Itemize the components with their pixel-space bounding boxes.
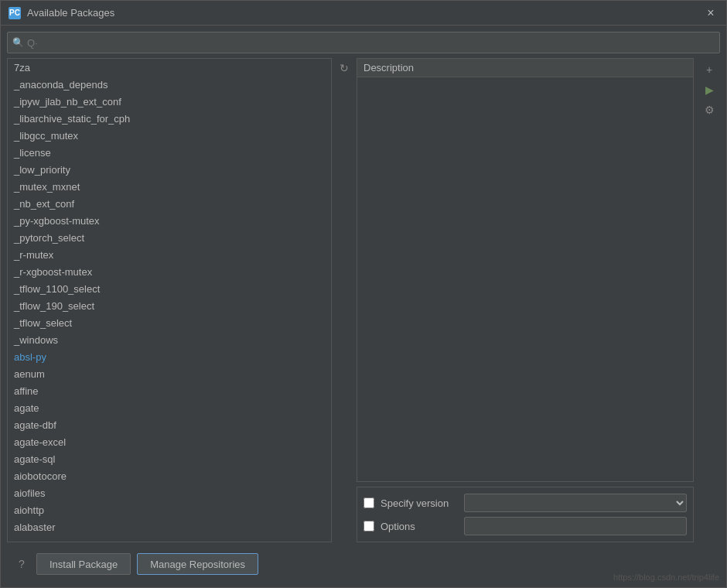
close-button[interactable]: × [703, 5, 718, 21]
specify-version-row: Specify version [364, 494, 687, 512]
options-checkbox[interactable] [364, 521, 374, 532]
app-icon-text: PC [9, 9, 20, 17]
app-icon: PC [9, 7, 21, 19]
package-item[interactable]: _mutex_mxnet [8, 178, 331, 195]
green-icon[interactable]: ▶ [701, 81, 718, 98]
question-icon[interactable]: ? [13, 556, 30, 573]
window-title: Available Packages [27, 7, 703, 19]
package-item[interactable]: 7za [8, 59, 331, 76]
package-item[interactable]: _tflow_select [8, 314, 331, 331]
package-item[interactable]: aiobotocore [8, 467, 331, 484]
package-item[interactable]: agate-sql [8, 450, 331, 467]
right-side-icons: + ▶ ⚙ [698, 58, 720, 542]
watermark: https://blog.csdn.net/trip4life [613, 573, 719, 582]
package-item[interactable]: _nb_ext_conf [8, 195, 331, 212]
package-item[interactable]: absl-py [8, 348, 331, 365]
package-item[interactable]: _license [8, 144, 331, 161]
refresh-icon[interactable]: ↻ [336, 60, 353, 77]
options-area: Specify version Options [357, 487, 694, 542]
main-window: PC Available Packages × 🔍 7za_anaconda_d… [0, 0, 727, 588]
package-list-panel: 7za_anaconda_depends_ipyw_jlab_nb_ext_co… [7, 58, 332, 542]
options-label: Options [381, 521, 458, 532]
specify-version-label: Specify version [381, 497, 458, 509]
package-item[interactable]: _ipyw_jlab_nb_ext_conf [8, 93, 331, 110]
package-item[interactable]: agate [8, 399, 331, 416]
install-button[interactable]: Install Package [36, 553, 131, 575]
package-item[interactable]: _libgcc_mutex [8, 127, 331, 144]
description-header: Description [357, 59, 693, 77]
manage-repositories-button[interactable]: Manage Repositories [137, 553, 258, 575]
search-input[interactable] [27, 37, 715, 49]
main-content: 🔍 7za_anaconda_depends_ipyw_jlab_nb_ext_… [1, 26, 726, 587]
middle-controls: ↻ [336, 58, 352, 542]
package-item[interactable]: _anaconda_depends [8, 76, 331, 93]
title-bar: PC Available Packages × [1, 1, 726, 26]
package-item[interactable]: aenum [8, 365, 331, 382]
content-area: 7za_anaconda_depends_ipyw_jlab_nb_ext_co… [7, 58, 720, 542]
package-item[interactable]: _pytorch_select [8, 229, 331, 246]
package-item[interactable]: affine [8, 382, 331, 399]
specify-version-select[interactable] [464, 494, 687, 512]
specify-version-checkbox[interactable] [364, 497, 374, 508]
package-item[interactable]: _libarchive_static_for_cph [8, 110, 331, 127]
package-item[interactable]: _low_priority [8, 161, 331, 178]
search-icon: 🔍 [12, 37, 24, 48]
package-item[interactable]: aiofiles [8, 484, 331, 501]
package-item[interactable]: _py-xgboost-mutex [8, 212, 331, 229]
package-item[interactable]: _r-mutex [8, 246, 331, 263]
description-panel: Description [357, 58, 694, 482]
package-item[interactable]: aiohttp [8, 501, 331, 518]
package-item[interactable]: agate-dbf [8, 416, 331, 433]
options-row: Options [364, 517, 687, 535]
options-input[interactable] [464, 517, 687, 535]
package-item[interactable]: _tflow_1100_select [8, 280, 331, 297]
add-icon[interactable]: + [701, 61, 718, 78]
package-item[interactable]: alabaster [8, 518, 331, 535]
search-bar: 🔍 [7, 32, 720, 53]
package-item[interactable]: agate-excel [8, 433, 331, 450]
package-item[interactable]: _windows [8, 331, 331, 348]
right-container: Description Specify version [357, 58, 694, 542]
settings-icon[interactable]: ⚙ [701, 101, 718, 118]
package-item[interactable]: _tflow_190_select [8, 297, 331, 314]
package-item[interactable]: _r-xgboost-mutex [8, 263, 331, 280]
package-list[interactable]: 7za_anaconda_depends_ipyw_jlab_nb_ext_co… [8, 59, 331, 542]
description-body [357, 77, 693, 481]
